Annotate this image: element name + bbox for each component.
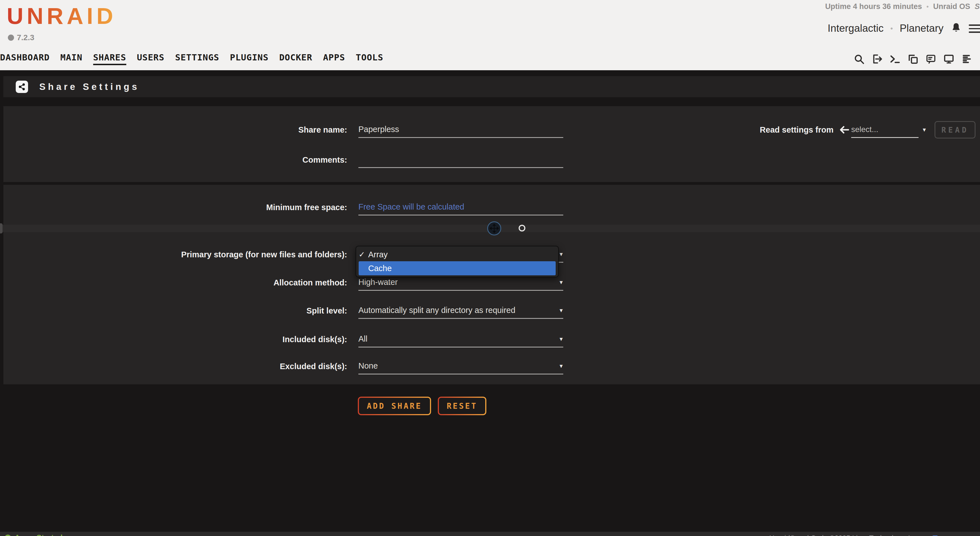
dropdown-arrow-icon: ▾ — [923, 126, 926, 134]
share-name-input[interactable] — [358, 125, 563, 134]
server-line: Intergalactic • Planetary — [827, 22, 980, 35]
min-free-space-input[interactable] — [358, 202, 563, 212]
copyright: Unraid® and Code ©2005 Lime Technology, … — [769, 534, 938, 536]
menu-icon[interactable] — [969, 24, 980, 33]
profile-icon[interactable] — [979, 53, 980, 65]
log-icon[interactable] — [961, 53, 973, 65]
copy-icon[interactable] — [907, 53, 919, 65]
array-status: Array Started — [5, 533, 63, 536]
primary-storage-label: Primary storage (for new files and folde… — [0, 246, 347, 263]
dropdown-option-label: Array — [368, 250, 388, 259]
footer: Array Started Unraid® and Code ©2005 Lim… — [0, 532, 980, 536]
page-title-bar: Share Settings — [3, 76, 980, 97]
read-settings-label: Read settings from — [702, 122, 834, 138]
dropdown-option-label: Cache — [368, 264, 392, 273]
dropdown-arrow-icon: ▾ — [560, 335, 563, 343]
excluded-disks-value: None — [358, 361, 378, 370]
reset-button[interactable]: RESET — [438, 397, 486, 415]
primary-storage-dropdown: ✓ Array Cache — [356, 246, 559, 277]
add-share-button[interactable]: ADD SHARE — [358, 397, 431, 415]
included-disks-select[interactable]: All ▾ — [358, 331, 563, 348]
os-label: Unraid OS — [933, 2, 970, 11]
excluded-disks-select[interactable]: None ▾ — [358, 358, 563, 375]
separator-dot: • — [926, 3, 929, 10]
min-free-space-label: Minimum free space: — [0, 199, 347, 215]
allocation-method-value: High-water — [358, 278, 398, 287]
comments-label: Comments: — [0, 152, 347, 168]
nav-item-apps[interactable]: APPS — [323, 52, 345, 65]
comments-input[interactable] — [358, 155, 563, 164]
nav-item-plugins[interactable]: PLUGINS — [230, 52, 269, 65]
status-dot-icon — [5, 534, 11, 536]
bell-icon[interactable] — [950, 22, 962, 35]
version-label: 7.2.3 — [17, 33, 34, 42]
server-name[interactable]: Intergalactic — [827, 22, 884, 34]
row-share-name: Share name: Read settings from select...… — [0, 122, 980, 138]
arrow-left-icon — [838, 124, 850, 137]
toolbar — [853, 53, 980, 65]
nav-item-settings[interactable]: SETTINGS — [175, 52, 219, 65]
read-settings-select-value: select... — [851, 125, 878, 134]
included-disks-label: Included disk(s): — [0, 331, 347, 348]
dropdown-arrow-icon: ▾ — [560, 307, 563, 314]
comments-field-wrap — [358, 152, 563, 168]
read-settings-select[interactable]: select... — [851, 122, 918, 138]
circle-indicator — [519, 225, 525, 231]
copyright-text: Unraid® and Code ©2005 Lime Technology, … — [769, 534, 920, 536]
panel-name — [3, 106, 980, 182]
nav-item-main[interactable]: MAIN — [60, 52, 83, 65]
monitor-icon[interactable] — [943, 53, 955, 65]
unraid-logo[interactable]: UNRAID — [7, 3, 116, 29]
row-min-free-space: Minimum free space: — [0, 199, 980, 215]
read-button[interactable]: READ — [934, 121, 975, 139]
sign-out-icon[interactable] — [871, 53, 883, 65]
share-name-label: Share name: — [0, 122, 347, 138]
row-split-level: Split level: Automatically split any dir… — [0, 303, 980, 319]
form-actions: ADD SHARE RESET — [358, 397, 486, 415]
server-description: Planetary — [900, 22, 943, 34]
min-free-space-field-wrap — [358, 199, 563, 215]
nav-item-docker[interactable]: DOCKER — [279, 52, 312, 65]
split-level-label: Split level: — [0, 303, 347, 319]
dropdown-arrow-icon: ▾ — [560, 362, 563, 370]
main-nav: DASHBOARD MAIN SHARES USERS SETTINGS PLU… — [0, 52, 383, 65]
uptime-text: Uptime 4 hours 36 minutes — [825, 2, 922, 11]
feedback-icon[interactable] — [925, 53, 937, 65]
included-disks-value: All — [358, 334, 368, 344]
split-level-select[interactable]: Automatically split any directory as req… — [358, 303, 563, 319]
check-icon: ✓ — [359, 250, 368, 259]
allocation-method-label: Allocation method: — [0, 274, 347, 291]
share-icon — [16, 81, 28, 93]
share-name-field-wrap — [358, 122, 563, 138]
page-title: Share Settings — [39, 81, 140, 92]
excluded-disks-label: Excluded disk(s): — [0, 358, 347, 375]
dropdown-option-cache[interactable]: Cache — [359, 261, 556, 275]
unraid-webgui: UNRAID 7.2.3 Uptime 4 hours 36 minutes •… — [0, 0, 980, 536]
dropdown-option-array[interactable]: ✓ Array — [359, 248, 556, 261]
version-icon — [8, 35, 14, 41]
row-included-disks: Included disk(s): All ▾ — [0, 331, 980, 348]
nav-item-shares[interactable]: SHARES — [93, 52, 126, 65]
nav-item-dashboard[interactable]: DASHBOARD — [0, 52, 50, 65]
dropdown-arrow-icon: ▾ — [560, 279, 563, 286]
os-plan: Starter — [975, 2, 980, 11]
row-excluded-disks: Excluded disk(s): None ▾ — [0, 358, 980, 375]
array-status-text: Array Started — [14, 533, 63, 536]
search-icon[interactable] — [853, 53, 865, 65]
row-comments: Comments: — [0, 152, 980, 168]
nav-item-tools[interactable]: TOOLS — [356, 52, 383, 65]
terminal-icon[interactable] — [889, 53, 901, 65]
nav-item-users[interactable]: USERS — [137, 52, 164, 65]
split-level-value: Automatically split any directory as req… — [358, 306, 515, 315]
separator-dot: • — [891, 24, 893, 33]
version-badge: 7.2.3 — [8, 33, 34, 42]
header: UNRAID 7.2.3 Uptime 4 hours 36 minutes •… — [0, 0, 980, 70]
move-cursor-icon — [487, 222, 501, 235]
uptime-line: Uptime 4 hours 36 minutes • Unraid OS St… — [825, 2, 980, 11]
dropdown-arrow-icon: ▾ — [560, 250, 563, 258]
edge-handle[interactable] — [0, 223, 3, 233]
